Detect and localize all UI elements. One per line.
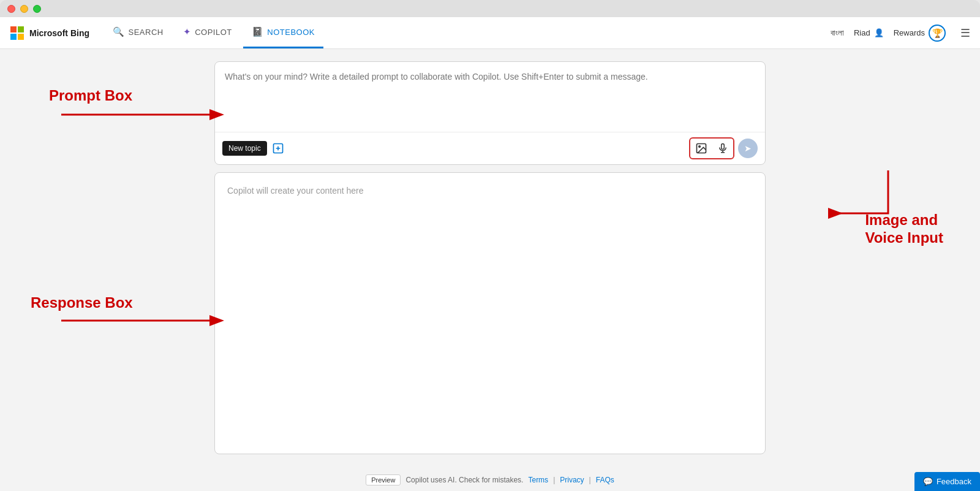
user-menu[interactable]: Riad 👤 (854, 28, 884, 37)
feedback-button[interactable]: 💬 Feedback (914, 472, 980, 491)
app-container: Microsoft Bing 🔍 SEARCH ✦ COPILOT 📓 NOTE… (0, 17, 980, 491)
send-icon: ➤ (744, 143, 752, 153)
prompt-textarea[interactable] (215, 62, 765, 129)
image-voice-group (689, 137, 734, 159)
rewards-button[interactable]: Rewards 🏆 (894, 25, 946, 42)
svg-rect-1 (18, 26, 24, 32)
annotation-image-voice-label: Image andVoice Input (865, 211, 943, 247)
content-area: New topic (0, 49, 980, 491)
brand[interactable]: Microsoft Bing (10, 26, 89, 40)
copilot-tab-icon: ✦ (183, 26, 192, 37)
attach-icon (272, 142, 284, 154)
response-box: Copilot will create your content here (214, 172, 766, 454)
annotation-response-label: Response Box (31, 294, 133, 311)
navbar: Microsoft Bing 🔍 SEARCH ✦ COPILOT 📓 NOTE… (0, 17, 980, 49)
microphone-icon (717, 142, 728, 154)
prompt-toolbar: New topic (215, 132, 765, 164)
user-name: Riad (854, 28, 870, 37)
footer-notice: Copilot uses AI. Check for mistakes. (405, 476, 523, 484)
tab-search[interactable]: 🔍 SEARCH (104, 17, 172, 48)
svg-rect-3 (18, 34, 24, 40)
close-button[interactable] (7, 5, 15, 13)
svg-rect-2 (10, 34, 17, 40)
faqs-link[interactable]: FAQs (596, 476, 614, 484)
toolbar-left: New topic (222, 141, 284, 156)
svg-point-6 (699, 146, 701, 148)
annotation-response-arrow (61, 311, 233, 330)
annotation-prompt-arrow (61, 105, 233, 124)
main-panel: New topic (214, 61, 766, 454)
window-chrome (0, 0, 980, 17)
minimize-button[interactable] (20, 5, 28, 13)
tab-copilot[interactable]: ✦ COPILOT (175, 17, 241, 48)
microsoft-logo-icon (10, 26, 24, 40)
footer-sep-1: | (553, 476, 555, 484)
rewards-label: Rewards (894, 28, 925, 37)
toolbar-right: ➤ (689, 137, 758, 159)
prompt-box: New topic (214, 61, 766, 165)
search-tab-icon: 🔍 (113, 26, 125, 37)
feedback-label: Feedback (937, 477, 971, 486)
search-tab-label: SEARCH (129, 28, 164, 37)
send-button[interactable]: ➤ (738, 139, 758, 158)
svg-rect-0 (10, 26, 17, 32)
user-icon: 👤 (874, 28, 884, 37)
tab-notebook[interactable]: 📓 NOTEBOOK (243, 17, 323, 48)
response-placeholder: Copilot will create your content here (227, 186, 364, 196)
nav-right: বাংলা Riad 👤 Rewards 🏆 ☰ (831, 25, 970, 42)
brand-name: Microsoft Bing (29, 28, 89, 38)
language-selector[interactable]: বাংলা (831, 28, 844, 38)
svg-rect-7 (722, 144, 725, 150)
privacy-link[interactable]: Privacy (560, 476, 584, 484)
annotation-prompt-label: Prompt Box (49, 87, 132, 104)
terms-link[interactable]: Terms (528, 476, 548, 484)
rewards-badge: 🏆 (929, 25, 946, 42)
annotation-image-voice-arrow (821, 170, 943, 232)
footer: Preview Copilot uses AI. Check for mista… (0, 469, 980, 491)
nav-tabs: 🔍 SEARCH ✦ COPILOT 📓 NOTEBOOK (104, 17, 323, 48)
voice-input-button[interactable] (712, 139, 733, 158)
footer-sep-2: | (589, 476, 591, 484)
notebook-tab-icon: 📓 (252, 26, 264, 37)
attach-button[interactable] (272, 142, 284, 154)
new-topic-button[interactable]: New topic (222, 141, 267, 156)
maximize-button[interactable] (33, 5, 41, 13)
notebook-tab-label: NOTEBOOK (267, 28, 315, 37)
image-icon (695, 142, 707, 154)
preview-button[interactable]: Preview (366, 474, 401, 485)
copilot-tab-label: COPILOT (195, 28, 232, 37)
feedback-chat-icon: 💬 (923, 477, 933, 486)
hamburger-menu-icon[interactable]: ☰ (960, 26, 970, 40)
image-input-button[interactable] (690, 139, 712, 158)
